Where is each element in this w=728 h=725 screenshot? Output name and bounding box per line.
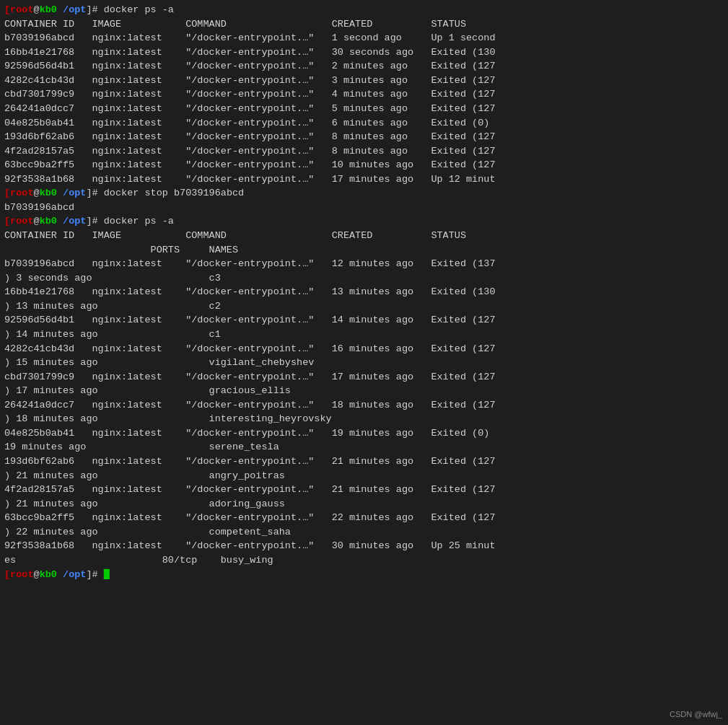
watermark: CSDN @wfwj_ <box>670 709 722 721</box>
terminal-line: [root@kb0 /opt]# docker stop b7039196abc… <box>4 186 724 201</box>
terminal-line: [root@kb0 /opt]# docker ps -a <box>4 3 724 17</box>
terminal-line: ) 15 minutes ago vigilant_chebyshev <box>4 356 724 370</box>
terminal-line: 16bb41e21768 nginx:latest "/docker-entry… <box>4 45 724 60</box>
terminal-line: b7039196abcd <box>4 201 724 215</box>
terminal-line: [root@kb0 /opt]# docker ps -a <box>4 214 724 229</box>
terminal-line: cbd7301799c9 nginx:latest "/docker-entry… <box>4 87 724 102</box>
terminal-line: 4f2ad28157a5 nginx:latest "/docker-entry… <box>4 483 724 497</box>
terminal-line: 264241a0dcc7 nginx:latest "/docker-entry… <box>4 398 724 413</box>
terminal-line: cbd7301799c9 nginx:latest "/docker-entry… <box>4 370 724 385</box>
terminal-line: CONTAINER ID IMAGE COMMAND CREATED STATU… <box>4 229 724 243</box>
terminal-line: 264241a0dcc7 nginx:latest "/docker-entry… <box>4 102 724 116</box>
terminal-line: ) 13 minutes ago c2 <box>4 299 724 314</box>
terminal-line: 04e825b0ab41 nginx:latest "/docker-entry… <box>4 116 724 131</box>
terminal-line: [root@kb0 /opt]# █ <box>4 568 724 582</box>
terminal-line: ) 14 minutes ago c1 <box>4 328 724 342</box>
terminal: [root@kb0 /opt]# docker ps -aCONTAINER I… <box>0 0 728 725</box>
terminal-line: 4f2ad28157a5 nginx:latest "/docker-entry… <box>4 144 724 159</box>
terminal-line: PORTS NAMES <box>4 243 724 258</box>
terminal-line: 193d6bf62ab6 nginx:latest "/docker-entry… <box>4 454 724 469</box>
terminal-line: 19 minutes ago serene_tesla <box>4 440 724 454</box>
terminal-line: 4282c41cb43d nginx:latest "/docker-entry… <box>4 342 724 356</box>
terminal-line: ) 18 minutes ago interesting_heyrovsky <box>4 412 724 426</box>
terminal-line: 193d6bf62ab6 nginx:latest "/docker-entry… <box>4 130 724 144</box>
terminal-line: ) 21 minutes ago adoring_gauss <box>4 497 724 511</box>
terminal-line: es 80/tcp busy_wing <box>4 553 724 568</box>
terminal-line: 4282c41cb43d nginx:latest "/docker-entry… <box>4 74 724 88</box>
terminal-line: 92596d56d4b1 nginx:latest "/docker-entry… <box>4 313 724 328</box>
terminal-line: b7039196abcd nginx:latest "/docker-entry… <box>4 31 724 45</box>
terminal-line: b7039196abcd nginx:latest "/docker-entry… <box>4 257 724 271</box>
terminal-line: 92596d56d4b1 nginx:latest "/docker-entry… <box>4 59 724 74</box>
terminal-line: 63bcc9ba2ff5 nginx:latest "/docker-entry… <box>4 158 724 172</box>
terminal-line: ) 22 minutes ago competent_saha <box>4 525 724 540</box>
terminal-line: 63bcc9ba2ff5 nginx:latest "/docker-entry… <box>4 511 724 525</box>
terminal-line: ) 17 minutes ago gracious_ellis <box>4 384 724 398</box>
terminal-line: ) 21 minutes ago angry_poitras <box>4 469 724 483</box>
terminal-line: 16bb41e21768 nginx:latest "/docker-entry… <box>4 285 724 299</box>
terminal-line: CONTAINER ID IMAGE COMMAND CREATED STATU… <box>4 17 724 32</box>
terminal-line: 92f3538a1b68 nginx:latest "/docker-entry… <box>4 539 724 553</box>
terminal-line: 92f3538a1b68 nginx:latest "/docker-entry… <box>4 172 724 187</box>
terminal-line: 04e825b0ab41 nginx:latest "/docker-entry… <box>4 426 724 441</box>
terminal-line: ) 3 seconds ago c3 <box>4 271 724 286</box>
